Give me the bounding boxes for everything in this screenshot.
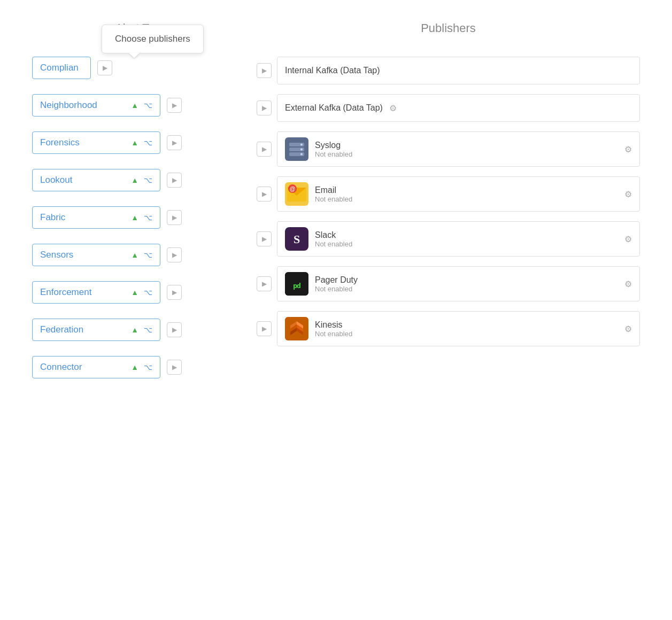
publisher-box-syslog[interactable]: Syslog Not enabled ⚙ [277, 131, 640, 167]
publisher-arrow-kinesis[interactable]: ▶ [257, 321, 272, 336]
gear-icon-external-kafka[interactable]: ⚙ [389, 103, 397, 113]
alert-label-lookout: Lookout [40, 175, 126, 185]
publisher-box-email[interactable]: @ Email Not enabled ⚙ [277, 176, 640, 212]
alert-arrow-lookout[interactable]: ▶ [167, 173, 182, 188]
alert-item-row: Neighborhood ▲ ⌥ ▶ [32, 94, 257, 117]
alert-item-row: Federation ▲ ⌥ ▶ [32, 319, 257, 341]
alert-item-row: Connector ▲ ⌥ ▶ [32, 356, 257, 378]
publisher-arrow-syslog[interactable]: ▶ [257, 142, 272, 157]
gear-icon-email[interactable]: ⚙ [624, 189, 632, 199]
alert-item-sensors[interactable]: Sensors ▲ ⌥ [32, 244, 160, 266]
alert-label-federation: Federation [40, 324, 126, 335]
branch-icon-connector: ⌥ [144, 363, 152, 371]
publisher-box-internal-kafka[interactable]: Internal Kafka (Data Tap) [277, 57, 640, 84]
alert-label-sensors: Sensors [40, 250, 126, 260]
bell-icon-fabric: ▲ [131, 213, 138, 222]
alert-label-connector: Connector [40, 362, 126, 373]
alert-item-forensics[interactable]: Forensics ▲ ⌥ [32, 131, 160, 154]
bell-icon-neighborhood: ▲ [131, 101, 138, 110]
alert-arrow-compliance[interactable]: ▶ [97, 60, 112, 75]
publisher-box-pagerduty[interactable]: pd Pager Duty Not enabled ⚙ [277, 266, 640, 301]
bell-icon-lookout: ▲ [131, 176, 138, 184]
bell-icon-federation: ▲ [131, 326, 138, 334]
slack-name: Slack [315, 230, 618, 240]
bell-icon-enforcement: ▲ [131, 288, 138, 297]
publisher-row-email: ▶ @ Email Not enabled ⚙ [257, 176, 640, 212]
alert-arrow-neighborhood[interactable]: ▶ [167, 98, 182, 113]
alert-item-row: Sensors ▲ ⌥ ▶ [32, 244, 257, 266]
branch-icon-neighborhood: ⌥ [144, 101, 152, 110]
publisher-box-external-kafka[interactable]: External Kafka (Data Tap) ⚙ [277, 94, 640, 122]
syslog-info: Syslog Not enabled [315, 141, 618, 158]
branch-icon-fabric: ⌥ [144, 213, 152, 222]
branch-icon-federation: ⌥ [144, 326, 152, 334]
bell-icon-connector: ▲ [131, 363, 138, 371]
slack-info: Slack Not enabled [315, 230, 618, 248]
slack-status: Not enabled [315, 240, 618, 248]
gear-icon-kinesis[interactable]: ⚙ [624, 324, 632, 334]
publisher-arrow-email[interactable]: ▶ [257, 187, 272, 201]
alert-item-neighborhood[interactable]: Neighborhood ▲ ⌥ [32, 94, 160, 117]
alert-item-fabric[interactable]: Fabric ▲ ⌥ [32, 206, 160, 229]
branch-icon-enforcement: ⌥ [144, 288, 152, 297]
bell-icon-sensors: ▲ [131, 251, 138, 259]
email-icon: @ [285, 182, 308, 206]
branch-icon-lookout: ⌥ [144, 176, 152, 184]
pagerduty-status: Not enabled [315, 285, 618, 293]
svg-point-1 [300, 144, 303, 146]
alert-arrow-sensors[interactable]: ▶ [167, 247, 182, 262]
alert-item-row: Choose publishers Complian ▶ [32, 57, 257, 79]
alert-arrow-fabric[interactable]: ▶ [167, 210, 182, 225]
alert-arrow-federation[interactable]: ▶ [167, 322, 182, 337]
branch-icon-forensics: ⌥ [144, 138, 152, 147]
svg-text:@: @ [290, 185, 296, 192]
alert-label-compliance: Complian [40, 63, 83, 73]
publisher-box-kinesis[interactable]: Kinesis Not enabled ⚙ [277, 311, 640, 346]
publisher-row-pagerduty: ▶ pd Pager Duty Not enabled ⚙ [257, 266, 640, 301]
alert-item-enforcement[interactable]: Enforcement ▲ ⌥ [32, 281, 160, 304]
publisher-label-internal-kafka: Internal Kafka (Data Tap) [285, 66, 380, 75]
publisher-box-slack[interactable]: S Slack Not enabled ⚙ [277, 221, 640, 257]
publisher-arrow-external-kafka[interactable]: ▶ [257, 100, 272, 115]
gear-icon-slack[interactable]: ⚙ [624, 234, 632, 244]
publishers-panel: Publishers ▶ Internal Kafka (Data Tap) ▶… [257, 21, 640, 393]
alert-item-connector[interactable]: Connector ▲ ⌥ [32, 356, 160, 378]
alert-label-enforcement: Enforcement [40, 287, 126, 298]
svg-point-5 [300, 153, 303, 156]
syslog-status: Not enabled [315, 150, 618, 158]
alert-arrow-forensics[interactable]: ▶ [167, 135, 182, 150]
email-status: Not enabled [315, 195, 618, 203]
kinesis-icon [285, 317, 308, 340]
gear-icon-syslog[interactable]: ⚙ [624, 144, 632, 154]
alert-item-row: Lookout ▲ ⌥ ▶ [32, 169, 257, 191]
publisher-arrow-internal-kafka[interactable]: ▶ [257, 63, 272, 78]
alert-types-panel: Alert Types Choose publishers Complian ▶… [32, 21, 257, 393]
publisher-row-syslog: ▶ Syslog Not enabled ⚙ [257, 131, 640, 167]
alert-arrow-enforcement[interactable]: ▶ [167, 285, 182, 300]
gear-icon-pagerduty[interactable]: ⚙ [624, 279, 632, 289]
alert-item-compliance[interactable]: Complian [32, 57, 91, 79]
publisher-arrow-slack[interactable]: ▶ [257, 231, 272, 246]
svg-text:pd: pd [293, 282, 300, 290]
publishers-title: Publishers [257, 21, 640, 35]
kinesis-name: Kinesis [315, 320, 618, 330]
alert-label-forensics: Forensics [40, 137, 126, 148]
publisher-row-internal-kafka: ▶ Internal Kafka (Data Tap) [257, 57, 640, 84]
kinesis-info: Kinesis Not enabled [315, 320, 618, 338]
alert-item-row: Forensics ▲ ⌥ ▶ [32, 131, 257, 154]
branch-icon-sensors: ⌥ [144, 251, 152, 259]
publisher-row-slack: ▶ S Slack Not enabled ⚙ [257, 221, 640, 257]
publisher-row-kinesis: ▶ Kinesis Not enabled [257, 311, 640, 346]
publisher-row-external-kafka: ▶ External Kafka (Data Tap) ⚙ [257, 94, 640, 122]
kinesis-status: Not enabled [315, 330, 618, 338]
svg-point-3 [300, 149, 303, 151]
alert-item-lookout[interactable]: Lookout ▲ ⌥ [32, 169, 160, 191]
alert-item-federation[interactable]: Federation ▲ ⌥ [32, 319, 160, 341]
pagerduty-info: Pager Duty Not enabled [315, 275, 618, 293]
bell-icon-forensics: ▲ [131, 138, 138, 147]
pagerduty-icon: pd [285, 272, 308, 296]
publisher-arrow-pagerduty[interactable]: ▶ [257, 276, 272, 291]
alert-arrow-connector[interactable]: ▶ [167, 360, 182, 375]
syslog-icon [285, 137, 308, 161]
alert-label-fabric: Fabric [40, 212, 126, 223]
